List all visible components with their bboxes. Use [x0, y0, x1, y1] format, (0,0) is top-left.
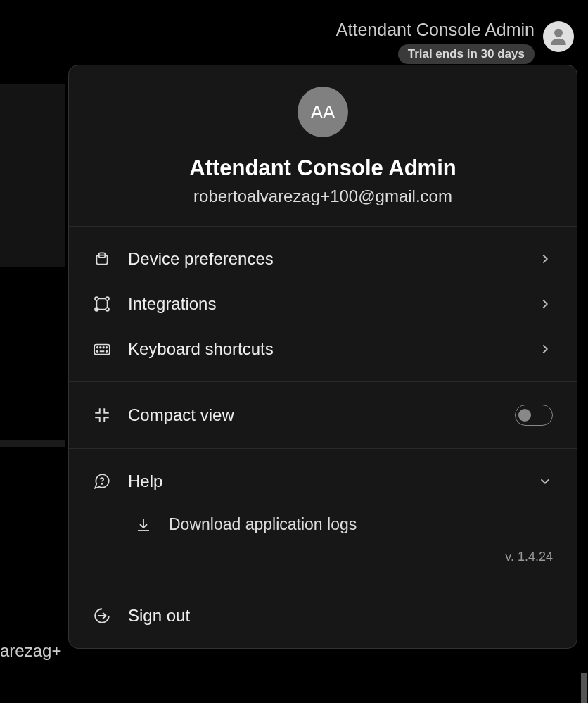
chevron-down-icon: [537, 474, 553, 489]
scrollbar-thumb[interactable]: [581, 673, 587, 703]
profile-name: Attendant Console Admin: [83, 156, 563, 181]
sign-out-label: Sign out: [128, 606, 553, 626]
svg-point-10: [103, 347, 104, 348]
signout-section: Sign out: [69, 583, 577, 648]
device-preferences-label: Device preferences: [128, 249, 520, 269]
svg-point-15: [101, 483, 102, 484]
svg-point-12: [97, 350, 98, 352]
profile-email: robertoalvarezag+100@gmail.com: [83, 186, 563, 206]
background-panel: [0, 84, 65, 267]
download-icon: [135, 517, 152, 533]
profile-section: AA Attendant Console Admin robertoalvare…: [69, 65, 577, 227]
header-text-group: Attendant Console Admin Trial ends in 30…: [336, 20, 535, 64]
compact-view-item[interactable]: Compact view: [69, 392, 577, 438]
compact-view-label: Compact view: [128, 405, 498, 425]
help-label: Help: [128, 471, 520, 491]
keyboard-icon: [93, 340, 111, 358]
svg-point-5: [95, 308, 98, 311]
svg-point-14: [106, 350, 108, 352]
background-partial-text: arezag+: [0, 641, 61, 661]
svg-rect-7: [94, 345, 110, 355]
svg-rect-1: [96, 255, 107, 265]
header: Attendant Console Admin Trial ends in 30…: [336, 20, 574, 64]
help-icon: [93, 472, 111, 490]
device-preferences-item[interactable]: Device preferences: [69, 236, 577, 281]
svg-point-8: [97, 347, 98, 348]
trial-badge: Trial ends in 30 days: [398, 44, 535, 64]
svg-point-4: [106, 297, 109, 300]
preferences-section: Device preferences Integrations: [69, 227, 577, 382]
chevron-right-icon: [537, 341, 553, 357]
svg-point-6: [106, 308, 109, 311]
profile-dropdown: AA Attendant Console Admin robertoalvare…: [68, 65, 577, 649]
version-text: v. 1.4.24: [69, 545, 577, 574]
chevron-right-icon: [537, 296, 553, 312]
sign-out-icon: [93, 607, 111, 625]
toggle-knob: [518, 409, 531, 422]
integrations-item[interactable]: Integrations: [69, 281, 577, 327]
keyboard-shortcuts-label: Keyboard shortcuts: [128, 339, 520, 359]
header-title: Attendant Console Admin: [336, 20, 535, 40]
integrations-icon: [93, 295, 111, 313]
compact-icon: [93, 406, 111, 424]
help-item[interactable]: Help: [69, 459, 577, 504]
svg-point-11: [106, 347, 108, 348]
svg-point-9: [100, 347, 101, 348]
avatar-button[interactable]: [543, 21, 574, 52]
user-icon: [547, 25, 570, 48]
download-logs-item[interactable]: Download application logs: [69, 504, 577, 545]
help-section: Help Download application logs v. 1.4.24: [69, 449, 577, 583]
avatar: AA: [298, 87, 348, 137]
svg-point-0: [554, 29, 563, 37]
keyboard-shortcuts-item[interactable]: Keyboard shortcuts: [69, 327, 577, 372]
view-section: Compact view: [69, 382, 577, 449]
device-icon: [93, 250, 111, 268]
download-logs-label: Download application logs: [169, 515, 357, 534]
integrations-label: Integrations: [128, 294, 520, 314]
compact-view-toggle[interactable]: [515, 405, 553, 426]
background-panel-small: [0, 440, 65, 447]
chevron-right-icon: [537, 251, 553, 267]
svg-point-3: [95, 297, 98, 300]
sign-out-item[interactable]: Sign out: [69, 593, 577, 638]
